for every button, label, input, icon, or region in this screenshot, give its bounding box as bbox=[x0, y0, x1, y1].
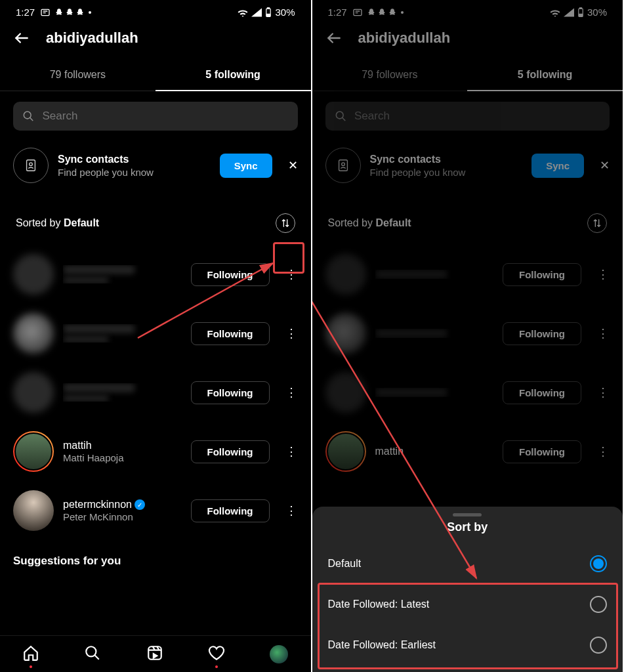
following-button[interactable]: Following bbox=[191, 381, 270, 404]
following-button[interactable]: Following bbox=[191, 440, 270, 463]
message-icon bbox=[40, 7, 51, 18]
avatar bbox=[13, 313, 54, 354]
svg-point-6 bbox=[30, 163, 33, 166]
more-icon[interactable]: ⋮ bbox=[285, 326, 298, 341]
svg-point-4 bbox=[24, 112, 31, 119]
list-item[interactable]: Following ⋮ bbox=[325, 304, 610, 363]
sort-button[interactable] bbox=[276, 213, 295, 233]
sort-option-latest[interactable]: Date Followed: Latest bbox=[312, 584, 623, 625]
profile-avatar-icon bbox=[270, 645, 288, 663]
svg-rect-13 bbox=[579, 14, 583, 16]
tabs: 79 followers 5 following bbox=[0, 60, 311, 91]
sheet-handle[interactable] bbox=[453, 513, 482, 516]
avatar bbox=[13, 372, 54, 413]
nav-activity[interactable] bbox=[208, 644, 225, 664]
sort-option-earliest[interactable]: Date Followed: Earliest bbox=[312, 625, 623, 665]
phone-left: 1:27 30% abidiyadullah 79 followers 5 fo… bbox=[0, 0, 312, 672]
sort-option-default[interactable]: Default bbox=[312, 543, 623, 584]
contacts-icon bbox=[13, 148, 49, 183]
list-item[interactable]: Following ⋮ bbox=[13, 363, 298, 422]
search-icon bbox=[22, 110, 35, 123]
more-icon[interactable]: ⋮ bbox=[285, 385, 298, 400]
list-item[interactable]: petermckinnon✓ Peter McKinnon Following … bbox=[13, 481, 298, 540]
more-icon[interactable]: ⋮ bbox=[597, 326, 610, 341]
back-arrow-icon[interactable] bbox=[325, 30, 343, 47]
search-input[interactable] bbox=[43, 110, 289, 123]
list-item[interactable]: Following ⋮ bbox=[13, 304, 298, 363]
svg-rect-3 bbox=[267, 14, 270, 16]
svg-rect-2 bbox=[268, 7, 270, 9]
svg-rect-12 bbox=[579, 7, 581, 9]
nav-reels[interactable] bbox=[146, 644, 163, 664]
back-arrow-icon[interactable] bbox=[13, 30, 30, 47]
home-icon bbox=[22, 644, 39, 662]
bottom-nav bbox=[0, 635, 311, 672]
avatar[interactable] bbox=[13, 431, 54, 472]
radio-selected-icon bbox=[590, 555, 607, 572]
more-icon[interactable]: ⋮ bbox=[285, 503, 298, 518]
contacts-icon bbox=[325, 148, 361, 183]
sheet-title: Sort by bbox=[312, 520, 623, 543]
user-handle: mattih bbox=[375, 446, 494, 457]
close-icon[interactable]: ✕ bbox=[600, 158, 610, 173]
following-button[interactable]: Following bbox=[503, 322, 581, 345]
user-name: Peter McKinnon bbox=[63, 511, 182, 522]
sorted-label: Sorted by Default bbox=[16, 217, 99, 229]
page-title: abidiyadullah bbox=[358, 30, 451, 47]
sort-icon bbox=[280, 218, 291, 228]
following-list: Following ⋮ Following ⋮ Following ⋮ matt… bbox=[0, 245, 311, 540]
tab-following[interactable]: 5 following bbox=[467, 60, 623, 91]
message-icon bbox=[352, 7, 363, 18]
user-name: Matti Haapoja bbox=[63, 452, 182, 463]
phone-right: 1:27 30% abidiyadullah 79 followers 5 fo… bbox=[312, 0, 625, 672]
sync-contacts-row: Sync contacts Find people you know Sync … bbox=[312, 138, 623, 195]
tab-followers[interactable]: 79 followers bbox=[312, 60, 468, 91]
sort-option-label: Date Followed: Latest bbox=[328, 598, 430, 610]
status-time: 1:27 bbox=[328, 7, 347, 18]
sync-contacts-row: Sync contacts Find people you know Sync … bbox=[0, 138, 311, 195]
nav-home[interactable] bbox=[22, 644, 39, 664]
sort-option-label: Date Followed: Earliest bbox=[328, 639, 436, 651]
status-bar: 1:27 30% bbox=[312, 0, 623, 20]
sorted-label: Sorted by Default bbox=[328, 217, 411, 229]
search-bar[interactable] bbox=[325, 102, 610, 131]
suggestions-header: Suggestions for you bbox=[0, 540, 311, 574]
close-icon[interactable]: ✕ bbox=[288, 158, 298, 173]
following-button[interactable]: Following bbox=[191, 263, 270, 286]
header: abidiyadullah bbox=[312, 20, 623, 60]
avatar bbox=[325, 254, 366, 295]
sort-option-label: Default bbox=[328, 558, 362, 570]
list-item[interactable]: Following ⋮ bbox=[325, 363, 610, 422]
nav-profile[interactable] bbox=[270, 645, 288, 663]
following-button[interactable]: Following bbox=[503, 440, 581, 463]
reels-icon bbox=[146, 644, 163, 662]
sync-button[interactable]: Sync bbox=[220, 154, 272, 178]
tab-following[interactable]: 5 following bbox=[156, 60, 311, 91]
nav-search[interactable] bbox=[84, 644, 101, 664]
list-item[interactable]: Following ⋮ bbox=[13, 245, 298, 304]
avatar[interactable] bbox=[13, 490, 54, 531]
header: abidiyadullah bbox=[0, 20, 311, 60]
avatar[interactable] bbox=[325, 431, 366, 472]
sort-button[interactable] bbox=[587, 213, 607, 233]
more-icon[interactable]: ⋮ bbox=[285, 267, 298, 282]
following-button[interactable]: Following bbox=[191, 322, 270, 345]
more-icon[interactable]: ⋮ bbox=[597, 385, 610, 400]
list-item[interactable]: mattih Matti Haapoja Following ⋮ bbox=[13, 422, 298, 481]
battery-icon bbox=[264, 7, 272, 18]
more-icon[interactable]: ⋮ bbox=[597, 267, 610, 282]
following-button[interactable]: Following bbox=[503, 381, 581, 404]
search-input[interactable] bbox=[354, 110, 600, 123]
more-icon[interactable]: ⋮ bbox=[285, 444, 298, 459]
list-item[interactable]: Following ⋮ bbox=[325, 245, 610, 304]
tabs: 79 followers 5 following bbox=[312, 60, 623, 91]
tab-followers[interactable]: 79 followers bbox=[0, 60, 156, 91]
more-icon[interactable]: ⋮ bbox=[597, 444, 610, 459]
sync-button[interactable]: Sync bbox=[531, 154, 584, 178]
following-button[interactable]: Following bbox=[503, 263, 581, 286]
wifi-icon bbox=[237, 8, 249, 17]
search-bar[interactable] bbox=[13, 102, 298, 131]
list-item[interactable]: mattih Following ⋮ bbox=[325, 422, 610, 481]
signal-icon bbox=[251, 8, 262, 17]
following-button[interactable]: Following bbox=[191, 499, 270, 522]
